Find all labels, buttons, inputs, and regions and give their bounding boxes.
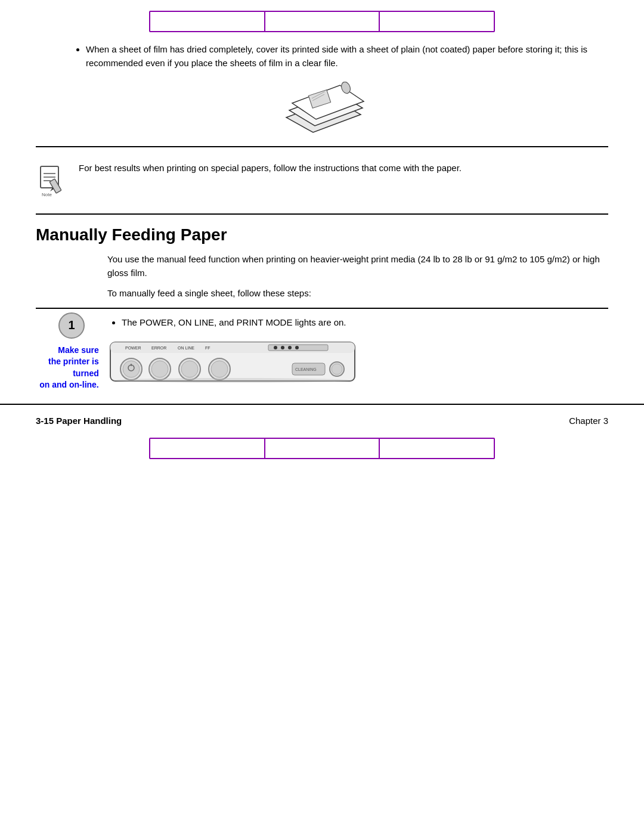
svg-text:Note: Note [42,192,52,197]
step-1-bullet: The POWER, ON LINE, and PRINT MODE light… [122,316,608,330]
step-label-line3: turned [73,368,99,378]
step-label-line1: Make sure [58,345,98,355]
svg-point-36 [332,364,342,374]
step-divider [36,308,608,309]
svg-point-30 [181,361,198,377]
nav-cell-bottom-1[interactable] [150,439,265,458]
svg-point-17 [274,346,277,349]
note-text: For best results when printing on specia… [79,162,462,175]
note-icon: Note [36,162,68,199]
film-illustration [0,82,644,135]
svg-point-39 [113,378,352,383]
svg-point-19 [288,346,292,349]
footer-right: Chapter 3 [569,416,608,426]
nav-bar-inner-bottom [149,438,495,459]
svg-point-28 [151,361,168,377]
section-heading: Manually Feeding Paper [36,225,608,244]
divider-1 [36,146,608,147]
divider-2 [36,213,608,215]
step-sidebar: 1 Make sure the printer is turned on and… [36,312,107,391]
svg-text:ON LINE: ON LINE [178,346,194,350]
page: When a sheet of film has dried completel… [0,0,644,833]
nav-cell-1[interactable] [150,12,265,31]
bullet-item-1: When a sheet of film has dried completel… [86,43,644,70]
printer-panel-illustration: POWER ERROR ON LINE FF [107,336,608,392]
nav-bar-bottom [0,432,644,470]
nav-cell-2[interactable] [265,12,380,31]
nav-bar-inner-top [149,11,495,32]
step-badge-1: 1 [58,312,85,339]
svg-point-18 [281,346,284,349]
body-para-1: You use the manual feed function when pr… [107,253,608,280]
footer-left: 3-15 Paper Handling [36,416,122,426]
step-1-content: The POWER, ON LINE, and PRINT MODE light… [107,312,608,398]
svg-text:CLEANING: CLEANING [295,367,317,371]
film-svg-icon [274,82,370,135]
svg-text:FF: FF [205,346,210,350]
svg-text:ERROR: ERROR [151,346,166,350]
body-para-2: To manually feed a single sheet, follow … [107,287,608,301]
svg-point-20 [295,346,299,349]
step-1-row: 1 Make sure the printer is turned on and… [36,312,608,398]
step-label-line2: the printer is [48,357,99,366]
svg-point-26 [123,361,140,377]
step-label-line4: on and on-line. [39,380,99,389]
footer-row: 3-15 Paper Handling Chapter 3 [0,404,644,432]
note-section: Note For best results when printing on s… [0,153,644,208]
svg-rect-11 [49,179,61,193]
step-label-blue: Make sure the printer is turned on and o… [39,345,104,391]
nav-bar-top [0,0,644,38]
nav-cell-bottom-2[interactable] [265,439,380,458]
nav-cell-bottom-3[interactable] [380,439,494,458]
svg-text:POWER: POWER [125,346,141,350]
nav-cell-3[interactable] [380,12,494,31]
svg-point-32 [211,361,228,377]
bullet-section: When a sheet of film has dried completel… [0,38,644,70]
